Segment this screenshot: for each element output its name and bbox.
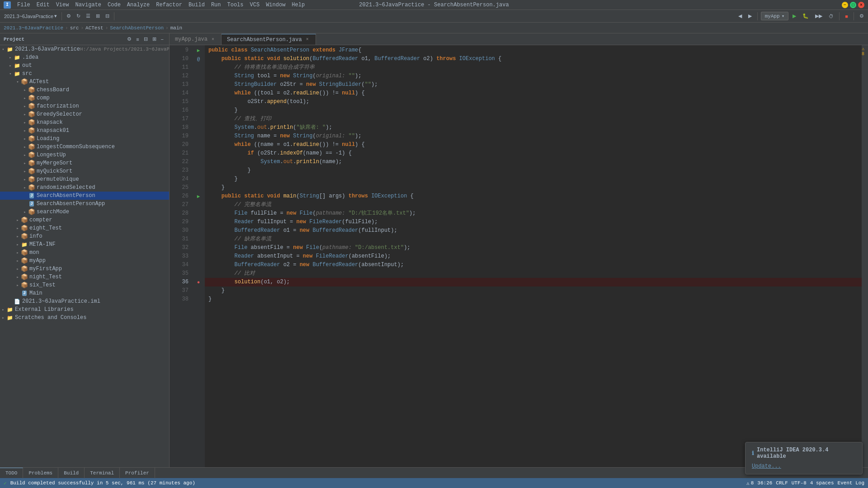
code-content[interactable]: public class SearchAbsentPerson extends …	[205, 45, 862, 467]
nav-method[interactable]: main	[170, 25, 182, 31]
code-line-38[interactable]: }	[205, 295, 862, 304]
toolbar-expand-btn[interactable]: ⊞	[94, 12, 102, 20]
tree-item-permuteunique[interactable]: ▸📦permuteUnique	[0, 175, 169, 183]
run-button[interactable]: ▶	[790, 12, 798, 20]
toolbar-project-dropdown[interactable]: 2021.3~6JavaPractice ▾	[2, 12, 59, 20]
nav-class[interactable]: SearchAbsentPerson	[110, 25, 164, 31]
code-line-27[interactable]: // 完整名单流	[205, 201, 862, 209]
code-line-13[interactable]: StringBuilder o2Str = new StringBuilder(…	[205, 80, 862, 89]
code-line-36[interactable]: solution(o1, o2);	[205, 278, 862, 286]
tree-item-javapracticeiml[interactable]: 📄2021.3~6JavaPractice.iml	[0, 297, 169, 305]
tree-item-idea[interactable]: ▸📁.idea	[0, 53, 169, 61]
tree-item-mon[interactable]: ▸📦mon	[0, 249, 169, 257]
menu-edit[interactable]: Edit	[34, 1, 52, 9]
status-position[interactable]: 36:26	[757, 480, 772, 486]
notification-update-link[interactable]: Update...	[752, 463, 856, 469]
tree-item-searchabsentpersonapp[interactable]: JSearchAbsentPersonApp	[0, 200, 169, 208]
code-line-24[interactable]: }	[205, 175, 862, 183]
code-line-20[interactable]: while ((name = o1.readLine()) != null) {	[205, 141, 862, 149]
code-line-28[interactable]: File fullFile = new File(pathname: "D:/软…	[205, 209, 862, 218]
toolbar-filter-btn[interactable]: ☰	[84, 12, 93, 20]
code-line-9[interactable]: public class SearchAbsentPerson extends …	[205, 46, 862, 55]
code-line-30[interactable]: BufferedReader o1 = new BufferedReader(f…	[205, 226, 862, 235]
menu-build[interactable]: Build	[186, 1, 208, 9]
tree-item-extlibs[interactable]: ▸📁External Libraries	[0, 305, 169, 314]
tree-item-info[interactable]: ▸📦info	[0, 232, 169, 240]
nav-src[interactable]: src	[70, 25, 79, 31]
code-line-23[interactable]: }	[205, 166, 862, 175]
run-gutter-icon[interactable]: ▶	[197, 193, 200, 199]
tree-item-src[interactable]: ▾📁src	[0, 70, 169, 78]
tab-todo[interactable]: TODO	[0, 468, 23, 479]
tree-item-main[interactable]: JMain	[0, 289, 169, 297]
tree-item-mymergesort[interactable]: ▸📦myMergeSort	[0, 159, 169, 167]
tree-item-out[interactable]: ▸📁out	[0, 61, 169, 70]
close-button[interactable]: ×	[858, 2, 864, 8]
code-line-11[interactable]: // 待将查找名单流组合成字符串	[205, 63, 862, 72]
toolbar-settings-btn[interactable]: ⚙	[64, 12, 73, 20]
profile-btn[interactable]: ⏱	[826, 12, 836, 20]
tree-item-longestup[interactable]: ▸📦LongestUp	[0, 151, 169, 159]
tree-item-comp[interactable]: ▸📦comp	[0, 94, 169, 102]
tree-item-night_test[interactable]: ▸📦night_Test	[0, 273, 169, 281]
sidebar-collapse-btn[interactable]: ⊟	[142, 35, 150, 43]
code-line-17[interactable]: // 查找、打印	[205, 115, 862, 123]
tree-item-factorization[interactable]: ▸📦factorization	[0, 102, 169, 110]
toolbar-back-btn[interactable]: ◀	[736, 12, 744, 20]
code-line-16[interactable]: }	[205, 106, 862, 115]
run-config-selector[interactable]: myApp ▾	[761, 12, 789, 20]
menu-file[interactable]: File	[14, 1, 33, 9]
tab-myapp-close[interactable]: ×	[210, 37, 216, 42]
tree-item-greedyselector[interactable]: ▸📦GreedySelector	[0, 110, 169, 118]
code-line-22[interactable]: System.out.println(name);	[205, 158, 862, 166]
code-line-18[interactable]: System.out.println("缺席者: ");	[205, 123, 862, 132]
menu-analyze[interactable]: Analyze	[124, 1, 152, 9]
menu-vcs[interactable]: VCS	[247, 1, 263, 9]
tree-item-root[interactable]: ▾📁2021.3~6JavaPractice H:/Java Projects/…	[0, 45, 169, 53]
menu-help[interactable]: Help	[289, 1, 307, 9]
nav-actest[interactable]: ACTest	[85, 25, 104, 31]
code-line-31[interactable]: // 缺席名单流	[205, 235, 862, 244]
toolbar-more-btn[interactable]: ⚙	[857, 12, 866, 20]
tree-item-myapp[interactable]: ▸📦myApp	[0, 257, 169, 265]
tree-item-chessboard[interactable]: ▸📦chessBoard	[0, 86, 169, 94]
status-encoding[interactable]: UTF-8	[792, 480, 807, 486]
tab-build[interactable]: Build	[58, 468, 85, 479]
sidebar-layout-btn[interactable]: ≡	[134, 35, 141, 43]
run-with-coverage-btn[interactable]: ▶▶	[813, 12, 825, 20]
tree-item-scratches[interactable]: ▸📁Scratches and Consoles	[0, 314, 169, 322]
code-line-32[interactable]: File absentFile = new File(pathname: "D:…	[205, 244, 862, 252]
tree-item-myfirstapp[interactable]: ▸📦myFirstApp	[0, 265, 169, 273]
tree-item-metainf[interactable]: ▸📁META-INF	[0, 240, 169, 249]
menu-view[interactable]: View	[53, 1, 72, 9]
run-gutter-icon[interactable]: ▶	[197, 47, 200, 53]
sidebar-close-btn[interactable]: −	[159, 35, 165, 43]
code-line-10[interactable]: public static void solution(BufferedRead…	[205, 55, 862, 63]
tree-item-randomizedselected[interactable]: ▸📦randomizedSelected	[0, 183, 169, 192]
code-line-29[interactable]: Reader fullInput = new FileReader(fullFi…	[205, 218, 862, 226]
tree-item-eight_test[interactable]: ▸📦eight_Test	[0, 224, 169, 232]
code-line-33[interactable]: Reader absentInput = new FileReader(abse…	[205, 252, 862, 261]
tree-item-loading[interactable]: ▸📦Loading	[0, 135, 169, 143]
nav-project[interactable]: 2021.3~6JavaPractice	[4, 25, 63, 31]
code-line-14[interactable]: while ((tool = o2.readLine()) != null) {	[205, 89, 862, 98]
code-line-15[interactable]: o2Str.append(tool);	[205, 98, 862, 106]
code-line-34[interactable]: BufferedReader o2 = new BufferedReader(a…	[205, 261, 862, 269]
tree-item-six_test[interactable]: ▸📦six_Test	[0, 281, 169, 289]
status-line-ending[interactable]: CRLF	[776, 480, 788, 486]
breakpoint-icon[interactable]: ●	[197, 280, 200, 285]
code-line-25[interactable]: }	[205, 183, 862, 192]
debug-button[interactable]: 🐛	[800, 12, 811, 20]
tab-terminal[interactable]: Terminal	[85, 468, 120, 479]
tab-problems[interactable]: Problems	[23, 468, 58, 479]
code-line-26[interactable]: public static void main(String[] args) t…	[205, 192, 862, 201]
tree-item-knapsack01[interactable]: ▸📦knapsack01	[0, 127, 169, 135]
status-event-log[interactable]: Event Log	[838, 480, 864, 486]
menu-refactor[interactable]: Refactor	[153, 1, 185, 9]
sidebar-settings-btn[interactable]: ⚙	[125, 35, 133, 43]
menu-tools[interactable]: Tools	[225, 1, 246, 9]
code-line-12[interactable]: String tool = new String(original: "");	[205, 72, 862, 80]
tab-myapp[interactable]: myApp.java ×	[170, 34, 222, 45]
maximize-button[interactable]: □	[850, 2, 856, 8]
tree-item-compter[interactable]: ▸📦compter	[0, 216, 169, 224]
